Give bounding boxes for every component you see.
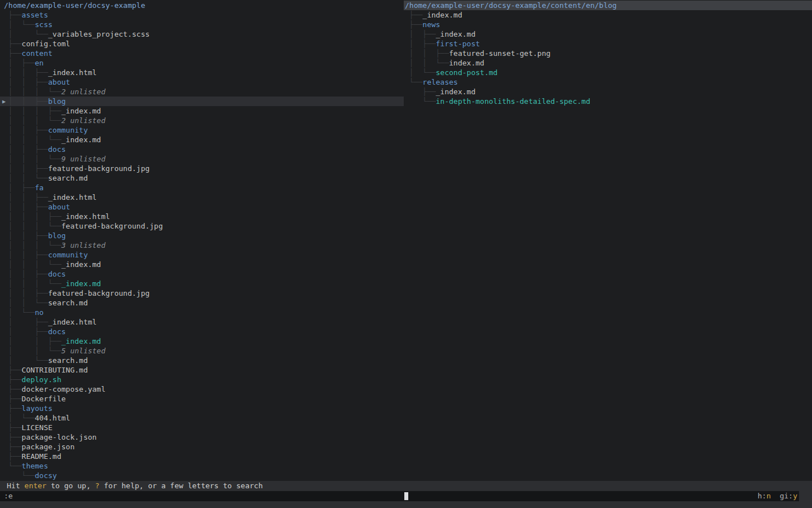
tree-row[interactable]: │ │ ├──about (0, 77, 404, 87)
tree-row[interactable]: ├──content (0, 49, 404, 58)
tree-branch-guides: ├── (4, 443, 21, 451)
tree-row[interactable]: ├──CONTRIBUTING.md (0, 365, 404, 375)
tree-branch-guides: ├── (405, 11, 422, 19)
tree-branch-guides: │ ├── (405, 40, 436, 48)
tree-branch-guides: │ │ │ └── (4, 222, 61, 230)
tree-row[interactable]: │ │ └──search.md (0, 173, 404, 183)
file-name: featured-background.jpg (61, 222, 163, 230)
tree-row[interactable]: │ │ └──5 unlisted (0, 346, 404, 356)
tree-row[interactable]: ├──package-lock.json (0, 432, 404, 442)
tree-row[interactable]: │ │ ├──featured-sunset-get.png (404, 49, 812, 58)
tree-row[interactable]: │ │ ├──community (0, 125, 404, 135)
tree-row[interactable]: │ │ ├──community (0, 250, 404, 260)
right-tree: ├──_index.md ├──news │ ├──_index.md │ ├─… (404, 10, 812, 106)
tree-row[interactable]: │ │ ├──docs (0, 269, 404, 279)
tree-row[interactable]: │ │ │ └──_index.md (0, 260, 404, 269)
tree-row[interactable]: │ │ └──search.md (0, 298, 404, 308)
directory-name: about (48, 203, 70, 211)
tree-row[interactable]: │ ├──first-post (404, 39, 812, 49)
tree-row[interactable]: │ ├──en (0, 58, 404, 68)
tree-row[interactable]: │ └──_variables_project.scss (0, 29, 404, 39)
tree-branch-guides: ├── (4, 40, 21, 48)
tree-row[interactable]: ├──_index.md (404, 87, 812, 97)
tree-row[interactable]: │ └──no (0, 308, 404, 317)
left-panel-path[interactable]: /home/example-user/docsy-example (0, 1, 404, 10)
tree-row[interactable]: │ ├──docs (0, 327, 404, 336)
tree-row[interactable]: │ │ │ └──9 unlisted (0, 154, 404, 164)
tree-row[interactable]: └──themes (0, 461, 404, 471)
tree-branch-guides: │ │ └── (4, 174, 48, 182)
tree-row[interactable]: │ │ ├──featured-background.jpg (0, 164, 404, 173)
tree-row[interactable]: │ └──404.html (0, 413, 404, 423)
directory-name: releases (422, 78, 458, 86)
file-name: _index.md (422, 11, 462, 19)
file-name: _index.md (61, 135, 101, 144)
file-name: featured-background.jpg (48, 164, 149, 173)
tree-row[interactable]: │ │ │ ├──_index.html (0, 212, 404, 221)
tree-row[interactable]: │ │ ├──_index.md (0, 336, 404, 346)
tree-row[interactable]: ├──docker-compose.yaml (0, 384, 404, 394)
tree-row[interactable]: │ ├──_index.md (404, 29, 812, 39)
tree-row[interactable]: ├──_index.md (404, 10, 812, 20)
tree-row[interactable]: │ ├──fa (0, 183, 404, 192)
tree-row[interactable]: ├──deploy.sh (0, 375, 404, 384)
tree-branch-guides: ├── (4, 366, 21, 374)
tree-row[interactable]: ├──package.json (0, 442, 404, 452)
file-name: CONTRIBUTING.md (21, 366, 87, 374)
tree-row[interactable]: │ │ │ └──2 unlisted (0, 87, 404, 97)
status-text: for help, or a few letters to search (99, 481, 263, 490)
tree-branch-guides: ├── (4, 49, 21, 58)
file-name: _index.md (436, 87, 475, 96)
tree-branch-guides: │ ├── (4, 59, 35, 67)
left-input-value[interactable]: :e (4, 491, 13, 501)
tree-row[interactable]: ├──layouts (0, 404, 404, 413)
input-line[interactable]: :e h:n gi:y (0, 491, 812, 501)
tree-row[interactable]: │ └──scss (0, 20, 404, 29)
tree-branch-guides: │ │ │ └── (4, 87, 61, 96)
tree-row[interactable]: ├──LICENSE (0, 423, 404, 432)
file-name: search.md (48, 299, 87, 307)
tree-branch-guides: │ │ ├── (4, 126, 48, 134)
file-name: index.md (449, 59, 484, 67)
tree-row[interactable]: └──releases (404, 77, 812, 87)
right-panel-path[interactable]: /home/example-user/docsy-example/content… (404, 1, 812, 10)
tree-branch-guides: ├── (4, 452, 21, 461)
tree-row[interactable]: │ │ │ └──3 unlisted (0, 240, 404, 250)
tree-row[interactable]: │ └──search.md (0, 356, 404, 365)
tree-row[interactable]: ▶ │ │ ├──blog (0, 97, 404, 106)
flag-hidden-value: n (766, 492, 771, 500)
tree-row[interactable]: ├──Dockerfile (0, 394, 404, 404)
tree-row[interactable]: │ │ ├──about (0, 202, 404, 212)
tree-row[interactable]: ├──assets (0, 10, 404, 20)
tree-row[interactable]: │ ├──_index.html (0, 317, 404, 327)
tree-row[interactable]: │ │ ├──featured-background.jpg (0, 288, 404, 298)
tree-branch-guides: │ └── (4, 308, 35, 317)
tree-row[interactable]: │ │ │ └──featured-background.jpg (0, 221, 404, 231)
file-name: package-lock.json (21, 433, 96, 441)
tree-row[interactable]: ├──news (404, 20, 812, 29)
unlisted-count: 2 unlisted (61, 87, 105, 96)
tree-row[interactable]: │ │ │ └──_index.md (0, 279, 404, 288)
tree-row[interactable]: │ │ ├──_index.html (0, 192, 404, 202)
tree-row[interactable]: ├──config.toml (0, 39, 404, 49)
tree-row[interactable]: │ │ │ └──2 unlisted (0, 116, 404, 125)
tree-row[interactable]: ├──README.md (0, 452, 404, 461)
tree-row[interactable]: └──docsy (0, 471, 404, 480)
directory-name: content (21, 49, 52, 58)
tree-row[interactable]: │ │ │ ├──_index.md (0, 106, 404, 116)
tree-row[interactable]: │ │ ├──blog (0, 231, 404, 240)
directory-name: community (48, 126, 87, 134)
unlisted-count: 5 unlisted (61, 347, 105, 355)
text-cursor-icon (404, 492, 408, 500)
file-name: config.toml (21, 40, 70, 48)
tree-row[interactable]: │ │ ├──docs (0, 144, 404, 154)
mode-flags: h:n gi:y (758, 491, 797, 501)
tree-branch-guides: │ │ ├── (4, 231, 48, 240)
file-name: _variables_project.scss (48, 30, 149, 38)
tree-row[interactable]: │ │ ├──_index.html (0, 68, 404, 77)
tree-row[interactable]: │ │ │ └──_index.md (0, 135, 404, 144)
tree-branch-guides: │ └── (4, 356, 48, 365)
tree-row[interactable]: │ │ └──index.md (404, 58, 812, 68)
tree-row[interactable]: │ └──second-post.md (404, 68, 812, 77)
tree-row[interactable]: └──in-depth-monoliths-detailed-spec.md (404, 97, 812, 106)
